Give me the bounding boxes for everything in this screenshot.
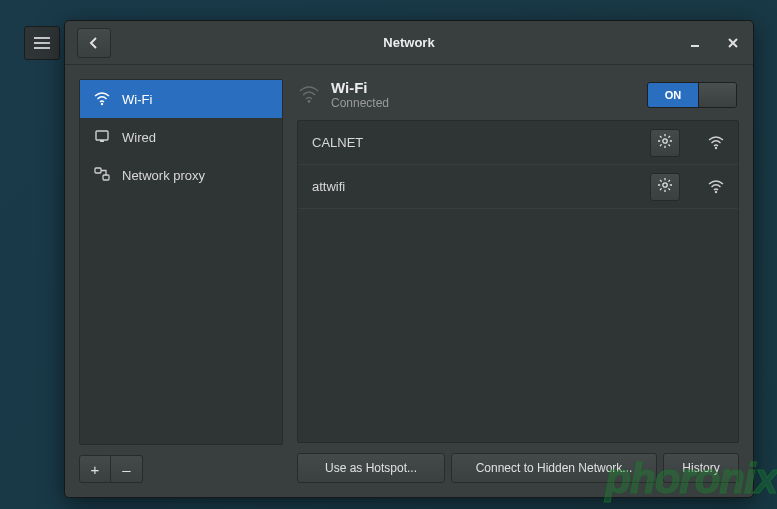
network-row[interactable]: CALNET [298, 121, 738, 165]
svg-rect-1 [96, 131, 108, 140]
titlebar: Network [65, 21, 753, 65]
history-button[interactable]: History [663, 453, 739, 483]
panel-status: Connected [331, 96, 635, 110]
svg-rect-2 [100, 140, 104, 142]
network-list: CALNET attwifi [297, 120, 739, 443]
sidebar-list: Wi-Fi Wired Network proxy [79, 79, 283, 445]
gear-icon [658, 178, 672, 195]
svg-point-5 [308, 100, 311, 103]
svg-point-7 [715, 146, 717, 148]
svg-point-6 [663, 139, 667, 143]
wifi-icon [94, 92, 110, 106]
panel-heading: Wi-Fi [331, 79, 635, 96]
network-settings-window: Network Wi-Fi [64, 20, 754, 498]
remove-connection-button[interactable]: – [111, 455, 143, 483]
toggle-on-label: ON [648, 83, 698, 107]
wifi-header-icon [299, 86, 319, 104]
svg-rect-3 [95, 168, 101, 173]
svg-rect-4 [103, 175, 109, 180]
main-footer: Use as Hotspot... Connect to Hidden Netw… [297, 453, 739, 483]
window-title: Network [65, 35, 753, 50]
svg-point-0 [101, 103, 103, 105]
main-panel: Wi-Fi Connected ON CALNET [297, 79, 739, 483]
network-settings-button[interactable] [650, 129, 680, 157]
sidebar-item-label: Wired [122, 130, 156, 145]
back-button[interactable] [77, 28, 111, 58]
sidebar-item-label: Wi-Fi [122, 92, 152, 107]
connect-hidden-button[interactable]: Connect to Hidden Network... [451, 453, 657, 483]
close-button[interactable] [725, 35, 741, 51]
svg-point-8 [663, 183, 667, 187]
toggle-knob [698, 83, 736, 107]
hotspot-button[interactable]: Use as Hotspot... [297, 453, 445, 483]
svg-point-9 [715, 190, 717, 192]
main-header: Wi-Fi Connected ON [297, 79, 739, 120]
sidebar-item-wired[interactable]: Wired [80, 118, 282, 156]
network-settings-button[interactable] [650, 173, 680, 201]
signal-strength-icon [708, 136, 724, 150]
desktop-menu-button[interactable] [24, 26, 60, 60]
wifi-toggle[interactable]: ON [647, 82, 737, 108]
signal-strength-icon [708, 180, 724, 194]
network-row[interactable]: attwifi [298, 165, 738, 209]
proxy-icon [94, 167, 110, 184]
sidebar-item-label: Network proxy [122, 168, 205, 183]
gear-icon [658, 134, 672, 151]
sidebar-footer: + – [79, 455, 283, 483]
wired-icon [94, 129, 110, 146]
network-ssid: attwifi [312, 179, 640, 194]
minimize-button[interactable] [687, 35, 703, 51]
network-ssid: CALNET [312, 135, 640, 150]
sidebar-item-proxy[interactable]: Network proxy [80, 156, 282, 194]
sidebar: Wi-Fi Wired Network proxy [79, 79, 283, 483]
add-connection-button[interactable]: + [79, 455, 111, 483]
sidebar-item-wifi[interactable]: Wi-Fi [80, 80, 282, 118]
